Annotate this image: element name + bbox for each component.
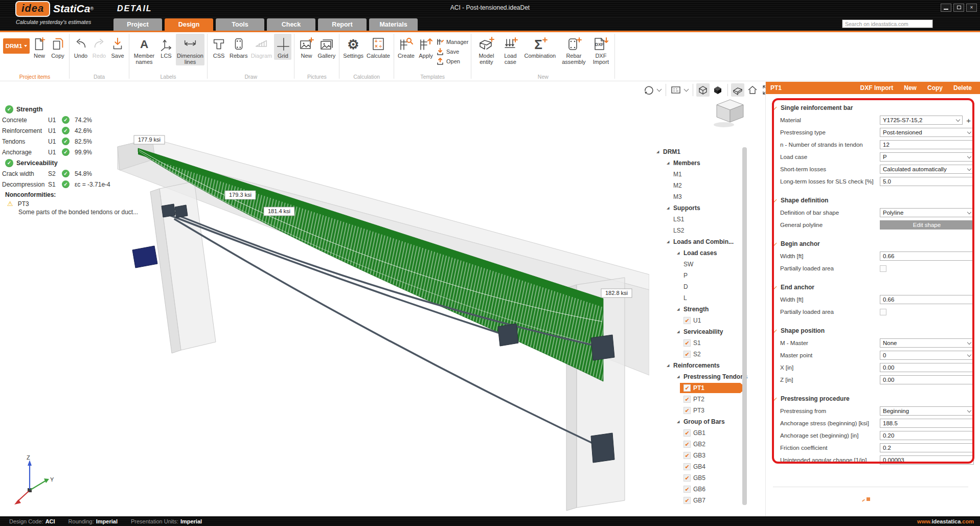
dxf-import-button[interactable]: DXF DXF Import — [589, 34, 612, 65]
checkbox-icon[interactable]: ✔ — [683, 486, 691, 493]
member-names-toggle[interactable]: A Member names — [132, 34, 156, 65]
save-button[interactable]: Save — [109, 34, 126, 60]
calculate-button[interactable]: + −× ÷ Calculate — [366, 34, 391, 60]
strands-input[interactable] — [880, 140, 974, 149]
tree-item-serviceability[interactable]: ◢Serviceability — [653, 326, 767, 337]
checkbox-icon[interactable]: ✔ — [683, 351, 691, 358]
section-shape-position[interactable]: Shape position — [780, 325, 974, 337]
solid-view-button[interactable] — [711, 83, 724, 97]
expander-icon[interactable]: ◢ — [677, 251, 681, 255]
tree-item-members[interactable]: ◢Members — [653, 157, 767, 169]
friction-coefficient-input[interactable] — [880, 443, 974, 452]
expander-icon[interactable]: ◢ — [667, 206, 671, 210]
expander-icon[interactable]: ◢ — [667, 240, 671, 244]
template-manager-button[interactable]: Manager — [436, 38, 468, 46]
rebars-toggle[interactable]: Rebars — [229, 34, 248, 60]
template-open-button[interactable]: Open — [436, 57, 468, 65]
expander-icon[interactable]: ◢ — [677, 330, 681, 334]
begin-partially-loaded-checkbox[interactable] — [880, 265, 886, 272]
load-case-button[interactable]: Load case — [499, 34, 521, 65]
tree-item-s2[interactable]: ✔S2 — [653, 349, 767, 360]
css-toggle[interactable]: CSS — [210, 34, 227, 60]
checkbox-icon[interactable]: ✔ — [683, 429, 691, 437]
short-term-losses-select[interactable]: Calculated automatically — [880, 165, 974, 174]
nonconformity-item[interactable]: ⚠ PT3 — [7, 200, 171, 208]
tree-item-supports[interactable]: ◢Supports — [653, 202, 767, 214]
rebar-assembly-button[interactable]: Rebar assembly — [559, 34, 588, 65]
orbit-button[interactable] — [642, 83, 655, 97]
expander-icon[interactable]: ◢ — [667, 363, 671, 368]
tree-item-m3[interactable]: M3 — [653, 191, 767, 202]
master-select[interactable]: None — [880, 338, 974, 348]
navigation-cube[interactable] — [712, 96, 748, 128]
tree-scrollbar[interactable] — [742, 147, 747, 505]
tree-item-ls2[interactable]: LS2 — [653, 225, 767, 236]
copy-action[interactable]: Copy — [927, 84, 943, 92]
begin-anchor-width-input[interactable] — [880, 251, 974, 261]
chevron-down-icon[interactable] — [657, 87, 662, 92]
tab-report[interactable]: Report — [318, 18, 367, 31]
settings-button[interactable]: ⚙ Settings — [342, 34, 364, 60]
checkbox-icon[interactable]: ✔ — [683, 339, 691, 347]
tree-item-m1[interactable]: M1 — [653, 169, 767, 180]
wireframe-view-button[interactable] — [696, 83, 710, 97]
dxf-import-action[interactable]: DXF Import — [860, 84, 894, 92]
tree-item-m2[interactable]: M2 — [653, 180, 767, 191]
end-anchor-width-input[interactable] — [880, 295, 974, 304]
delete-action[interactable]: Delete — [953, 84, 972, 92]
maximize-button[interactable] — [953, 4, 964, 12]
tab-design[interactable]: Design — [165, 18, 213, 31]
tree-item-pt1[interactable]: ✔PT1 — [653, 382, 767, 394]
checkbox-icon[interactable]: ✔ — [683, 317, 691, 324]
lcs-toggle[interactable]: LCS — [157, 34, 175, 60]
project-item-selector[interactable]: DRM1 — [3, 38, 30, 54]
template-save-button[interactable]: Save — [436, 48, 468, 56]
website-link[interactable]: www.ideastatica.com — [917, 518, 974, 524]
checkbox-icon[interactable]: ✔ — [683, 441, 691, 448]
prestressing-from-select[interactable]: Beginning — [880, 406, 974, 416]
checkbox-icon[interactable]: ✔ — [683, 407, 691, 414]
expander-icon[interactable]: ◢ — [677, 375, 681, 379]
expander-icon[interactable]: ◢ — [677, 420, 681, 424]
tree-item-gb7[interactable]: ✔GB7 — [653, 495, 767, 506]
grid-toggle[interactable]: Grid — [274, 34, 291, 60]
home-view-button[interactable] — [746, 83, 759, 97]
end-partially-loaded-checkbox[interactable] — [880, 309, 886, 315]
tab-project[interactable]: Project — [113, 18, 162, 31]
tree-item-strength[interactable]: ◢Strength — [653, 304, 767, 315]
template-create-button[interactable]: Create — [397, 34, 416, 60]
edit-shape-button[interactable]: Edit shape — [880, 220, 974, 230]
template-apply-button[interactable]: Apply — [417, 34, 435, 60]
section-view-button[interactable] — [731, 83, 744, 97]
model-entity-button[interactable]: Model entity — [474, 34, 498, 65]
display-options-button[interactable] — [669, 83, 682, 97]
anchorage-stress-input[interactable] — [880, 419, 974, 428]
close-button[interactable]: × — [966, 4, 977, 12]
checkbox-icon[interactable]: ✔ — [683, 474, 691, 482]
expander-icon[interactable]: ◢ — [677, 307, 681, 311]
tree-item-sw[interactable]: SW — [653, 259, 767, 270]
tree-item-pt2[interactable]: ✔PT2 — [653, 394, 767, 405]
dimension-lines-toggle[interactable]: Dimension lines — [176, 34, 204, 65]
z-position-input[interactable] — [880, 375, 974, 384]
tab-materials[interactable]: Materials — [369, 18, 418, 31]
tree-item-ls1[interactable]: LS1 — [653, 214, 767, 225]
tree-item-u1[interactable]: ✔U1 — [653, 315, 767, 326]
x-position-input[interactable] — [880, 363, 974, 372]
undo-button[interactable]: Undo — [72, 34, 89, 60]
tree-item-gb2[interactable]: ✔GB2 — [653, 439, 767, 450]
checkbox-icon[interactable]: ✔ — [683, 396, 691, 403]
material-select[interactable]: Y1725-S7-15,2 — [880, 116, 963, 125]
tab-tools[interactable]: Tools — [216, 18, 264, 31]
tree-item-drm1[interactable]: ◢DRM1 — [653, 146, 767, 157]
expander-icon[interactable]: ◢ — [667, 161, 671, 165]
new-project-item-button[interactable]: New — [31, 34, 48, 60]
load-case-select[interactable]: P — [880, 152, 974, 162]
angular-change-input[interactable] — [880, 455, 974, 465]
chevron-down-icon[interactable] — [684, 87, 689, 92]
section-shape-definition[interactable]: Shape definition — [780, 194, 974, 207]
tree-item-gb1[interactable]: ✔GB1 — [653, 427, 767, 439]
anchorage-set-input[interactable] — [880, 431, 974, 440]
tree-item-gb4[interactable]: ✔GB4 — [653, 461, 767, 472]
search-input[interactable] — [842, 19, 933, 28]
